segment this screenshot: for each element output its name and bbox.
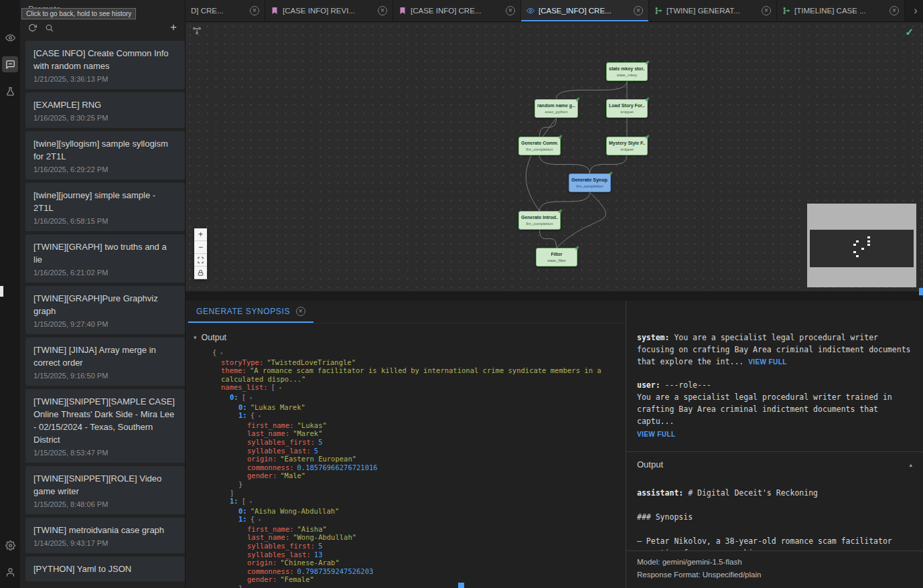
prompt-title: [TWINE] metroidvania case graph xyxy=(33,524,177,536)
json-token: origin: xyxy=(247,455,277,463)
left-panel-collapse-handle[interactable] xyxy=(0,286,3,297)
output-tab[interactable]: GENERATE SYNOPSIS × xyxy=(188,301,313,323)
tab-close-icon[interactable]: × xyxy=(762,6,771,15)
editor-tab[interactable]: D] CRE...× xyxy=(186,0,265,21)
json-token: syllables_last: xyxy=(247,550,311,559)
chat-output-header[interactable]: Output▴ xyxy=(626,451,923,477)
refresh-icon[interactable] xyxy=(28,23,37,32)
minimap-viewport[interactable] xyxy=(810,230,914,267)
bottom-splitter-handle[interactable] xyxy=(458,583,464,588)
prompt-list-item[interactable]: [twine][journey] simple sample - 2T1L1/1… xyxy=(25,183,185,231)
prompt-list-item[interactable]: [TWINE][SNIPPET][ROLE] Video game writer… xyxy=(25,466,185,514)
editor-tab[interactable]: [CASE_INFO] CRE...× xyxy=(521,0,649,21)
collapse-arrow-icon[interactable]: ▾ xyxy=(249,499,253,505)
json-line: syllables_last:13 xyxy=(212,550,619,559)
collapse-arrow-icon[interactable]: ▾ xyxy=(249,395,253,401)
search-icon[interactable] xyxy=(45,23,54,32)
prompt-title: [TWINE][GRAPH]Pure Graphviz graph xyxy=(33,292,177,317)
prompt-timestamp: 1/15/2025, 9:16:50 PM xyxy=(33,372,177,380)
json-token: 0: xyxy=(238,507,247,515)
tab-label: D] CRE... xyxy=(191,7,246,15)
tab-close-icon[interactable]: × xyxy=(506,6,515,15)
graph-edge xyxy=(557,81,628,99)
json-token: "Aisha" xyxy=(297,525,327,533)
graph-layout-icon[interactable] xyxy=(192,26,202,38)
json-line: last_name:"Wong-Abdullah" xyxy=(212,533,619,542)
graph-node-gen_comm[interactable]: Generate Comm...llm_completion✓ xyxy=(518,137,561,155)
minimap[interactable] xyxy=(807,204,916,287)
json-line: {▾ xyxy=(212,348,619,358)
prompt-list-item[interactable]: [EXAMPLE] RNG1/16/2025, 8:30:25 PM xyxy=(25,92,185,128)
zoom-in-icon[interactable]: + xyxy=(194,228,207,241)
json-line: gender:"Female" xyxy=(212,575,619,584)
prompt-list-item[interactable]: [TWINE][SNIPPET][SAMPLE CASE] Online Thr… xyxy=(25,389,185,463)
zoom-out-icon[interactable]: − xyxy=(194,241,207,254)
lock-icon[interactable] xyxy=(194,267,207,279)
gear-icon[interactable] xyxy=(2,537,18,553)
output-section-label: Output xyxy=(202,333,227,342)
json-token: theme: xyxy=(221,366,246,374)
node-sublabel: llm_completion xyxy=(521,222,558,226)
editor-tab[interactable]: [TWINE] GENERAT...× xyxy=(649,0,777,21)
tab-close-icon[interactable]: × xyxy=(634,6,643,15)
json-token: "Male" xyxy=(280,471,305,480)
json-line: 1:{▾ xyxy=(212,515,619,525)
flask-icon[interactable] xyxy=(2,83,18,99)
eye-icon[interactable] xyxy=(2,29,18,46)
tab-close-icon[interactable]: × xyxy=(378,6,387,15)
output-tab-close-icon[interactable]: × xyxy=(296,307,305,316)
node-label: Mystery Style F... xyxy=(609,141,645,146)
graph-node-filter[interactable]: Filterstate_filter✓ xyxy=(536,248,577,267)
editor-tab[interactable]: [CASE INFO] REVI...× xyxy=(265,0,393,21)
graph-node-gen_synop[interactable]: Generate Synop...llm_completion✓ xyxy=(569,173,611,192)
tab-label: [CASE INFO] REVI... xyxy=(283,7,374,15)
node-sublabel: llm_completion xyxy=(521,147,558,152)
json-line: 0:"Aisha Wong-Abdullah" xyxy=(212,507,619,516)
view-full-link[interactable]: VIEW FULL xyxy=(637,429,912,441)
tab-label: [CASE INFO] CRE... xyxy=(411,7,502,15)
fit-view-icon[interactable] xyxy=(194,254,207,267)
right-splitter-handle[interactable] xyxy=(919,288,923,295)
json-token: 1: xyxy=(238,411,247,419)
prompt-list-item[interactable]: [CASE INFO] Create Common Info with rand… xyxy=(25,41,185,89)
prompt-list-item[interactable]: [TWINE][GRAPH]Pure Graphviz graph1/15/20… xyxy=(25,286,185,334)
collapse-arrow-icon[interactable]: ▾ xyxy=(279,385,282,391)
json-line: theme:"A romance scam facilitator is kil… xyxy=(212,366,619,383)
editor-tab[interactable]: [TIMELINE] CASE ...× xyxy=(777,0,905,21)
prompt-list-item[interactable]: [TWINE] [JINJA] Array merge in correct o… xyxy=(25,338,185,386)
tab-close-icon[interactable]: × xyxy=(890,6,899,15)
user-icon[interactable] xyxy=(2,564,18,580)
prompt-timestamp: 1/16/2025, 8:30:25 PM xyxy=(33,114,177,122)
prompt-list-item[interactable]: [twine][syllogism] sample syllogism for … xyxy=(25,131,185,179)
editor-tab[interactable]: [CASE INFO] CRE...× xyxy=(393,0,521,21)
graph-node-state_mkey[interactable]: state mkey stor...state_mkey✓ xyxy=(606,62,648,81)
graph-node-random_name[interactable]: random name g...exec_python✓ xyxy=(535,99,578,118)
node-sublabel: state_filter xyxy=(539,259,575,263)
node-label: state mkey stor... xyxy=(609,66,645,72)
graph-node-load_story[interactable]: Load Story For...snippet✓ xyxy=(606,99,648,118)
graph-canvas[interactable]: ✓ +− state mkey stor...state_mkey✓random… xyxy=(186,22,923,291)
tabs-overflow-chevron-icon[interactable]: › xyxy=(908,0,923,21)
horizontal-splitter[interactable] xyxy=(186,291,923,301)
prompts-icon[interactable] xyxy=(2,56,18,72)
json-token: origin: xyxy=(247,559,277,567)
add-prompt-button[interactable]: + xyxy=(170,21,177,34)
collapse-arrow-icon[interactable]: ▾ xyxy=(258,517,261,523)
tab-close-icon[interactable]: × xyxy=(250,6,259,15)
graph-node-gen_introd[interactable]: Generate Introd...llm_completion✓ xyxy=(518,211,561,230)
json-token: 0: xyxy=(238,403,247,411)
collapse-arrow-icon[interactable]: ▾ xyxy=(220,350,223,356)
prompt-list-item[interactable]: [TWINE][GRAPH] two truths and a lie1/16/… xyxy=(25,234,185,283)
prompt-list-item[interactable]: [TWINE] metroidvania case graph1/14/2025… xyxy=(25,518,185,553)
output-section-header[interactable]: ▾ Output xyxy=(186,323,626,346)
collapse-arrow-icon[interactable]: ▾ xyxy=(258,413,261,419)
graph-node-mystery[interactable]: Mystery Style F...snippet✓ xyxy=(606,137,648,155)
prompt-list-item[interactable]: [PYTHON] Yaml to JSON xyxy=(25,557,185,581)
prompt-title: [TWINE][GRAPH] two truths and a lie xyxy=(33,240,177,266)
minimap-node-dot xyxy=(867,240,870,242)
branch-icon xyxy=(782,7,790,15)
view-full-link[interactable]: VIEW FULL xyxy=(748,358,786,366)
json-token: first_name: xyxy=(247,421,294,429)
bookmark-icon xyxy=(271,7,279,15)
json-line: last_name:"Marek" xyxy=(212,429,619,438)
